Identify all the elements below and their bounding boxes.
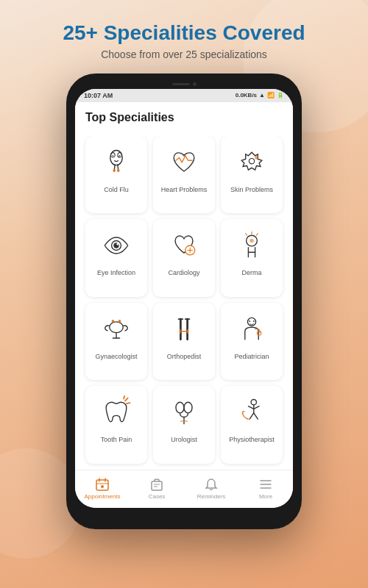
nav-cases[interactable]: Cases bbox=[130, 477, 184, 500]
cardiology-icon bbox=[165, 226, 203, 265]
page-header: 25+ Specialities Covered Choose from ove… bbox=[48, 0, 319, 66]
card-cardiology[interactable]: Cardiology bbox=[153, 219, 215, 297]
specialities-grid: Cold Flu Heart Problems bbox=[75, 136, 293, 470]
more-nav-label: More bbox=[259, 493, 272, 500]
derma-label: Derma bbox=[241, 269, 261, 277]
cold-flu-label: Cold Flu bbox=[104, 186, 129, 194]
skin-problems-icon bbox=[233, 143, 271, 182]
card-physiotherapist[interactable]: Physiotherapist bbox=[221, 386, 283, 464]
card-heart-problems[interactable]: Heart Problems bbox=[153, 136, 215, 214]
more-icon bbox=[258, 477, 273, 492]
card-urologist[interactable]: Urologist bbox=[153, 386, 215, 464]
skin-problems-label: Skin Problems bbox=[230, 186, 273, 194]
heart-problems-icon bbox=[165, 143, 203, 182]
status-right: 0.0KB/s ▲ 📶 🔋 bbox=[236, 92, 284, 98]
svg-point-7 bbox=[249, 158, 254, 163]
cold-flu-icon bbox=[97, 143, 135, 182]
svg-point-29 bbox=[176, 402, 184, 413]
urologist-icon bbox=[165, 393, 203, 431]
svg-point-6 bbox=[117, 169, 120, 172]
status-bar: 10:07 AM 0.0KB/s ▲ 📶 🔋 bbox=[75, 89, 293, 102]
section-title: Top Specialities bbox=[85, 111, 283, 124]
bottom-nav: Appointments Cases bbox=[75, 470, 293, 508]
gynaecologist-label: Gynaecologist bbox=[95, 353, 137, 361]
physiotherapist-icon bbox=[233, 393, 271, 431]
nav-reminders[interactable]: Reminders bbox=[184, 477, 238, 500]
svg-point-5 bbox=[113, 169, 116, 172]
nav-appointments[interactable]: Appointments bbox=[75, 477, 130, 500]
appointments-nav-label: Appointments bbox=[85, 493, 121, 500]
gynaecologist-icon bbox=[97, 310, 135, 348]
urologist-label: Urologist bbox=[171, 436, 197, 444]
phone-frame: 10:07 AM 0.0KB/s ▲ 📶 🔋 Top Specialities bbox=[66, 74, 302, 529]
notch-area bbox=[75, 82, 293, 86]
phone-screen: 10:07 AM 0.0KB/s ▲ 📶 🔋 Top Specialities bbox=[75, 89, 293, 508]
tooth-pain-label: Tooth Pain bbox=[101, 436, 132, 444]
camera bbox=[193, 82, 197, 86]
card-tooth-pain[interactable]: Tooth Pain bbox=[85, 386, 147, 464]
card-orthopedist[interactable]: Orthopedist bbox=[153, 303, 215, 381]
derma-icon bbox=[233, 226, 271, 265]
heart-problems-label: Heart Problems bbox=[161, 186, 208, 194]
orthopedist-label: Orthopedist bbox=[167, 353, 202, 361]
svg-point-27 bbox=[249, 320, 250, 322]
svg-point-37 bbox=[101, 485, 104, 488]
battery-icon: 🔋 bbox=[277, 92, 284, 98]
screen-content: Top Specialities bbox=[75, 102, 293, 470]
svg-point-11 bbox=[116, 243, 118, 245]
svg-point-18 bbox=[112, 320, 115, 323]
cardiology-label: Cardiology bbox=[168, 269, 199, 277]
svg-point-4 bbox=[119, 154, 121, 156]
card-derma[interactable]: Derma bbox=[221, 219, 283, 297]
svg-point-19 bbox=[118, 320, 121, 323]
reminders-icon bbox=[204, 477, 219, 492]
svg-point-30 bbox=[184, 402, 192, 413]
svg-point-16 bbox=[250, 239, 254, 243]
physiotherapist-label: Physiotherapist bbox=[229, 436, 275, 444]
svg-rect-38 bbox=[152, 481, 162, 490]
page-subtitle: Choose from over 25 specializations bbox=[63, 49, 305, 60]
svg-point-8 bbox=[255, 156, 258, 159]
orthopedist-icon bbox=[165, 310, 203, 348]
svg-point-3 bbox=[112, 154, 113, 156]
eye-infection-label: Eye Infection bbox=[97, 269, 135, 277]
svg-point-17 bbox=[110, 321, 123, 332]
status-time: 10:07 AM bbox=[84, 92, 113, 99]
svg-point-32 bbox=[251, 400, 256, 405]
card-skin-problems[interactable]: Skin Problems bbox=[221, 136, 283, 214]
tooth-pain-icon bbox=[97, 393, 135, 431]
nav-more[interactable]: More bbox=[238, 477, 293, 500]
status-data: 0.0KB/s bbox=[236, 92, 257, 98]
appointments-icon bbox=[95, 477, 110, 492]
svg-point-28 bbox=[253, 320, 255, 322]
card-pediatrician[interactable]: Pediatrician bbox=[221, 303, 283, 381]
top-section: Top Specialities bbox=[75, 102, 293, 136]
wifi-icon: 📶 bbox=[267, 92, 275, 98]
card-gynaecologist[interactable]: Gynaecologist bbox=[85, 303, 147, 381]
eye-infection-icon bbox=[97, 226, 135, 265]
cases-icon bbox=[149, 477, 164, 492]
page-title: 25+ Specialities Covered bbox=[63, 21, 305, 46]
card-eye-infection[interactable]: Eye Infection bbox=[85, 219, 147, 297]
pediatrician-icon bbox=[233, 310, 271, 348]
pediatrician-label: Pediatrician bbox=[234, 353, 269, 361]
speaker bbox=[172, 83, 190, 85]
cases-nav-label: Cases bbox=[149, 493, 166, 500]
card-cold-flu[interactable]: Cold Flu bbox=[85, 136, 147, 214]
svg-point-26 bbox=[257, 331, 261, 335]
reminders-nav-label: Reminders bbox=[197, 493, 226, 500]
signal-icon: ▲ bbox=[259, 92, 265, 98]
